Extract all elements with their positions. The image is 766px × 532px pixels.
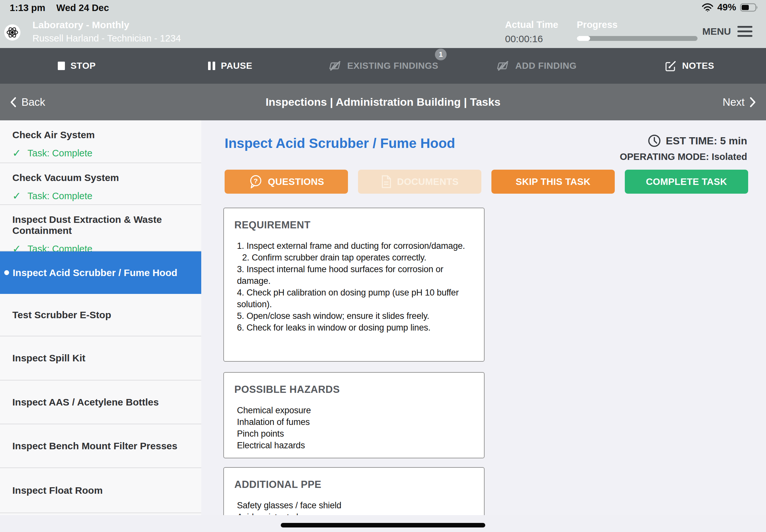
check-icon: ✓ (12, 147, 21, 159)
task-item-label: Inspect Acid Scrubber / Fume Hood (13, 267, 177, 278)
svg-text:?: ? (254, 177, 258, 185)
finding-icon (328, 60, 342, 72)
breadcrumb: Inspections | Administration Building | … (0, 84, 766, 120)
next-button[interactable]: Next (723, 84, 756, 120)
pause-label: PAUSE (221, 61, 252, 71)
hazard-item: Pinch points (237, 428, 476, 440)
inspector-name: Russell Harland - Technician - 1234 (32, 33, 181, 44)
hazard-item: Inhalation of fumes (237, 416, 476, 428)
chevron-left-icon (10, 97, 17, 108)
current-task-bullet-icon (4, 270, 9, 275)
requirement-item: 5. Open/close sash window; ensure it sli… (237, 310, 476, 322)
hamburger-icon (737, 25, 753, 38)
requirement-card: REQUIREMENT 1. Inspect external frame an… (223, 208, 485, 362)
back-label: Back (21, 96, 45, 108)
stop-button[interactable]: STOP (0, 48, 153, 84)
next-label: Next (723, 96, 745, 108)
complete-task-button[interactable]: COMPLETE TASK (625, 170, 748, 194)
bottom-strip (0, 515, 766, 532)
task-list-item[interactable]: Inspect Bench Mount Filter Presses (0, 424, 201, 468)
documents-label: DOCUMENTS (397, 176, 459, 187)
toolbar: STOP PAUSE EXISTING FINDINGS 1 (0, 48, 766, 84)
task-list-item[interactable]: Check Air System ✓ Task: Complete (0, 120, 201, 163)
question-bubble-icon: ? (248, 174, 262, 189)
hazard-item: Chemical exposure (237, 405, 476, 416)
task-item-status: ✓ Task: Complete (12, 190, 201, 202)
notes-label: NOTES (682, 61, 714, 71)
add-finding-button[interactable]: ADD FINDING (460, 48, 613, 84)
progress-fill (577, 36, 590, 41)
questions-button[interactable]: ? QUESTIONS (225, 170, 348, 194)
task-status-text: Task: Complete (28, 191, 92, 201)
existing-findings-label: EXISTING FINDINGS (347, 61, 439, 71)
task-list-item[interactable]: Inspect Spill Kit (0, 336, 201, 381)
task-item-status: ✓ Task: Complete (12, 147, 201, 159)
content-area: Check Air System ✓ Task: Complete Check … (0, 120, 766, 532)
home-indicator[interactable] (281, 523, 485, 527)
ppe-item: Safety glasses / face shield (237, 500, 476, 511)
status-bar: 1:13 pm Wed 24 Dec 49% (0, 0, 766, 16)
skip-task-button[interactable]: SKIP THIS TASK (492, 170, 615, 194)
menu-label: MENU (702, 26, 731, 37)
hazards-list: Chemical exposure Inhalation of fumes Pi… (237, 405, 476, 451)
battery-percent: 49% (717, 2, 736, 13)
check-icon: ✓ (12, 190, 21, 202)
hazards-heading: POSSIBLE HAZARDS (234, 384, 484, 395)
requirement-item: 6. Check for leaks in window or dosing p… (237, 322, 476, 333)
task-item-label: Test Scrubber E-Stop (12, 309, 111, 320)
pause-icon (207, 61, 216, 71)
ppe-heading: ADDITIONAL PPE (234, 479, 484, 490)
task-list-item[interactable]: Inspect Dust Extraction & Waste Containm… (0, 205, 201, 251)
stop-label: STOP (70, 61, 96, 71)
task-item-label: Check Vacuum System (12, 163, 201, 183)
chevron-right-icon (749, 97, 756, 108)
task-item-label: Inspect Bench Mount Filter Presses (12, 441, 177, 452)
existing-findings-button[interactable]: EXISTING FINDINGS 1 (306, 48, 460, 84)
task-list: Check Air System ✓ Task: Complete Check … (0, 120, 201, 532)
finding-icon (496, 60, 510, 72)
pause-button[interactable]: PAUSE (153, 48, 306, 84)
task-status-text: Task: Complete (28, 148, 92, 159)
task-list-item[interactable]: Check Vacuum System ✓ Task: Complete (0, 163, 201, 205)
task-item-label: Inspect Float Room (12, 485, 103, 496)
atom-logo-icon (4, 24, 20, 41)
clock-icon (648, 134, 661, 148)
task-title: Inspect Acid Scrubber / Fume Hood (225, 136, 455, 151)
requirement-heading: REQUIREMENT (234, 219, 484, 231)
documents-button[interactable]: DOCUMENTS (358, 170, 481, 194)
task-meta: EST TIME: 5 min OPERATING MODE: Isolated (620, 134, 747, 162)
hazards-card: POSSIBLE HAZARDS Chemical exposure Inhal… (223, 372, 485, 458)
clock-date: Wed 24 Dec (56, 3, 109, 13)
battery-icon (740, 3, 759, 12)
inspection-title: Laboratory - Monthly (32, 19, 181, 30)
progress-label: Progress (577, 19, 698, 30)
menu-button[interactable]: MENU (702, 25, 753, 38)
navigation-bar: Inspections | Administration Building | … (0, 84, 766, 120)
inspection-app-screen: Laboratory - Monthly Russell Harland - T… (0, 0, 766, 532)
task-list-item-selected[interactable]: Inspect Acid Scrubber / Fume Hood (0, 251, 201, 294)
skip-task-label: SKIP THIS TASK (516, 176, 590, 187)
task-detail-panel: Inspect Acid Scrubber / Fume Hood EST TI… (201, 120, 766, 532)
stop-icon (57, 61, 65, 71)
requirement-item: 4. Check pH calibration on dosing pump (… (237, 287, 476, 310)
notes-button[interactable]: NOTES (613, 48, 766, 84)
clock-time: 1:13 pm (10, 3, 45, 13)
est-time-text: EST TIME: 5 min (666, 135, 747, 147)
actual-time-value: 00:00:16 (505, 33, 558, 44)
requirement-list: 1. Inspect external frame and ducting fo… (237, 240, 476, 333)
progress-bar (577, 36, 698, 41)
task-item-label: Inspect Spill Kit (12, 353, 85, 364)
task-list-item[interactable]: Inspect Float Room (0, 468, 201, 513)
back-button[interactable]: Back (10, 84, 45, 120)
task-list-item[interactable]: Test Scrubber E-Stop (0, 294, 201, 336)
task-item-label: Inspect Dust Extraction & Waste Containm… (12, 205, 201, 236)
task-item-label: Check Air System (12, 120, 201, 140)
actual-time-label: Actual Time (505, 19, 558, 30)
existing-findings-badge: 1 (435, 49, 447, 60)
notes-icon (665, 60, 677, 72)
document-icon (381, 175, 392, 188)
questions-label: QUESTIONS (268, 176, 324, 187)
requirement-item: 2. Confirm scrubber drain tap operates c… (237, 252, 476, 263)
task-list-item[interactable]: Inspect AAS / Acetylene Bottles (0, 381, 201, 424)
operating-mode-text: OPERATING MODE: Isolated (620, 151, 747, 162)
